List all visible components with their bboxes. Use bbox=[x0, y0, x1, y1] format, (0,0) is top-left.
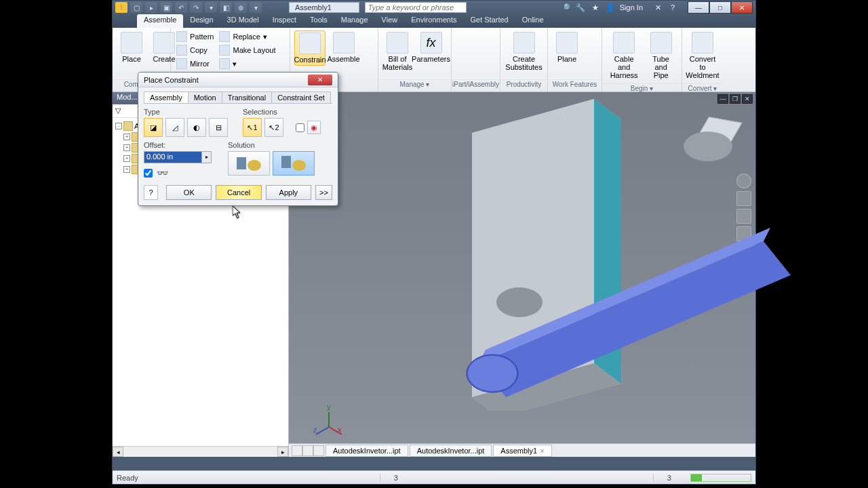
undo-icon[interactable]: ↶ bbox=[175, 2, 187, 13]
parameters-button[interactable]: fxParameters bbox=[415, 30, 447, 64]
expand-icon[interactable]: - bbox=[115, 123, 122, 129]
tab-3dmodel[interactable]: 3D Model bbox=[220, 14, 266, 28]
expand-icon[interactable]: + bbox=[123, 166, 130, 173]
pan-icon[interactable] bbox=[736, 191, 751, 206]
pick-part-checkbox[interactable] bbox=[296, 123, 304, 132]
browser-hscroll[interactable]: ◂▸ bbox=[113, 446, 288, 457]
pattern-button[interactable]: Pattern bbox=[175, 30, 215, 43]
type-tangent-button[interactable]: ◐ bbox=[187, 118, 206, 137]
doctab-ctrl-icon[interactable] bbox=[313, 445, 324, 456]
solution-flush-button[interactable] bbox=[273, 151, 315, 176]
tab-environments[interactable]: Environments bbox=[404, 14, 463, 28]
minimize-button[interactable]: — bbox=[688, 1, 709, 14]
qat-extra1-icon[interactable]: ◧ bbox=[220, 2, 232, 13]
doc-tab[interactable]: AutodeskInvetor...ipt bbox=[410, 445, 492, 457]
apply-button[interactable]: Apply bbox=[266, 185, 311, 200]
scroll-left-icon[interactable]: ◂ bbox=[113, 447, 123, 457]
dialog-help-button[interactable]: ? bbox=[144, 185, 158, 200]
solution-mate-button[interactable] bbox=[228, 151, 270, 176]
tab-assemble[interactable]: Assemble bbox=[137, 14, 183, 28]
maximize-button[interactable]: □ bbox=[709, 1, 731, 14]
type-mate-button[interactable]: ◪ bbox=[144, 118, 163, 137]
new-icon[interactable]: ▢ bbox=[130, 2, 142, 13]
mdi-close-icon[interactable]: ✕ bbox=[742, 94, 753, 104]
key-icon[interactable]: 🔧 bbox=[575, 2, 586, 13]
offset-dropdown-icon[interactable]: ▸ bbox=[201, 152, 211, 163]
exchange-icon[interactable]: ✕ bbox=[652, 2, 663, 13]
selection-1-button[interactable]: ↖1 bbox=[243, 118, 262, 137]
pos-extra-icon[interactable] bbox=[361, 30, 374, 43]
panel-manage-label[interactable]: Manage ▾ bbox=[378, 79, 451, 92]
tab-manage[interactable]: Manage bbox=[334, 14, 375, 28]
doctab-ctrl-icon[interactable] bbox=[292, 445, 302, 456]
offset-input[interactable]: 0.000 in ▸ bbox=[144, 151, 212, 163]
preview-checkbox[interactable] bbox=[144, 169, 153, 178]
tube-button[interactable]: Tube and Pipe bbox=[644, 30, 677, 81]
mdi-restore-icon[interactable]: ❐ bbox=[730, 94, 741, 104]
close-tab-icon[interactable]: × bbox=[540, 447, 544, 455]
constrain-button[interactable]: Constrain bbox=[294, 30, 326, 66]
doc-tab-active[interactable]: Assembly1× bbox=[493, 445, 551, 457]
offset-value[interactable]: 0.000 in bbox=[144, 152, 201, 163]
dialog-close-button[interactable]: ✕ bbox=[308, 75, 332, 85]
home-icon[interactable] bbox=[736, 174, 751, 188]
panel-begin-label[interactable]: Begin ▾ bbox=[602, 83, 682, 92]
qat-extra3-icon[interactable]: ▾ bbox=[250, 2, 262, 13]
makelayout-button[interactable]: Make Layout bbox=[218, 44, 277, 56]
expand-icon[interactable]: + bbox=[123, 155, 130, 162]
more-button[interactable]: >> bbox=[315, 185, 332, 200]
type-angle-button[interactable]: ◿ bbox=[165, 118, 184, 137]
show-preview-button[interactable]: ◉ bbox=[307, 121, 321, 134]
panel-convert-label[interactable]: Convert ▾ bbox=[682, 83, 723, 92]
expand-icon[interactable]: + bbox=[123, 144, 130, 151]
signin-link[interactable]: Sign In bbox=[620, 3, 643, 12]
open-icon[interactable]: ▸ bbox=[145, 2, 157, 13]
save-icon[interactable]: ▣ bbox=[160, 2, 172, 13]
create-substitutes-button[interactable]: Create Substitutes bbox=[505, 30, 543, 73]
copy-button[interactable]: Copy bbox=[175, 44, 215, 56]
binoculars-icon[interactable]: 🔎 bbox=[560, 2, 571, 13]
dlgtab-constraintset[interactable]: Constraint Set bbox=[271, 92, 331, 103]
scroll-right-icon[interactable]: ▸ bbox=[277, 447, 288, 457]
ok-button[interactable]: OK bbox=[166, 185, 212, 200]
qat-more-icon[interactable]: ▾ bbox=[205, 2, 217, 13]
tab-view[interactable]: View bbox=[375, 14, 405, 28]
doc-tab[interactable]: AutodeskInvetor...ipt bbox=[326, 445, 408, 457]
star-icon[interactable]: ★ bbox=[590, 2, 601, 13]
qat-extra2-icon[interactable]: ⊕ bbox=[235, 2, 247, 13]
search-input[interactable] bbox=[365, 2, 467, 13]
close-button[interactable]: ✕ bbox=[731, 1, 753, 14]
bom-button[interactable]: Bill of Materials bbox=[382, 30, 412, 73]
help-icon[interactable]: ? bbox=[667, 2, 678, 13]
extra-button[interactable]: ▾ bbox=[218, 58, 277, 70]
dlgtab-motion[interactable]: Motion bbox=[188, 92, 222, 103]
tab-inspect[interactable]: Inspect bbox=[266, 14, 303, 28]
tab-design[interactable]: Design bbox=[183, 14, 220, 28]
cancel-button[interactable]: Cancel bbox=[216, 185, 261, 200]
place-button[interactable]: Place bbox=[117, 30, 146, 64]
tab-getstarted[interactable]: Get Started bbox=[463, 14, 515, 28]
tab-online[interactable]: Online bbox=[515, 14, 551, 28]
zoom-icon[interactable] bbox=[736, 209, 751, 224]
viewport[interactable]: — ❐ ✕ bbox=[289, 92, 755, 457]
mdi-minimize-icon[interactable]: — bbox=[717, 94, 728, 104]
doctab-ctrl-icon[interactable] bbox=[302, 445, 313, 456]
type-insert-button[interactable]: ⊟ bbox=[209, 118, 228, 137]
cable-button[interactable]: Cable and Harness bbox=[606, 30, 642, 81]
weldment-button[interactable]: Convert to Weldment bbox=[686, 30, 719, 81]
dialog-titlebar[interactable]: Place Constraint ✕ bbox=[138, 73, 338, 87]
panel-productivity-label: Productivity bbox=[500, 79, 547, 92]
plane-button[interactable]: Plane bbox=[552, 30, 582, 64]
status-n1: 3 bbox=[380, 474, 412, 482]
redo-icon[interactable]: ↷ bbox=[190, 2, 202, 13]
replace-button[interactable]: Replace▾ bbox=[218, 30, 277, 43]
expand-icon[interactable]: + bbox=[123, 134, 130, 140]
user-icon[interactable]: 👤 bbox=[605, 2, 616, 13]
dlgtab-transitional[interactable]: Transitional bbox=[222, 92, 272, 103]
assemble-button[interactable]: Assemble bbox=[328, 30, 359, 64]
tab-tools[interactable]: Tools bbox=[303, 14, 334, 28]
mirror-button[interactable]: Mirror bbox=[175, 58, 215, 70]
dlgtab-assembly[interactable]: Assembly bbox=[144, 92, 189, 103]
selection-2-button[interactable]: ↖2 bbox=[264, 118, 283, 137]
app-menu-icon[interactable]: I bbox=[115, 2, 127, 13]
